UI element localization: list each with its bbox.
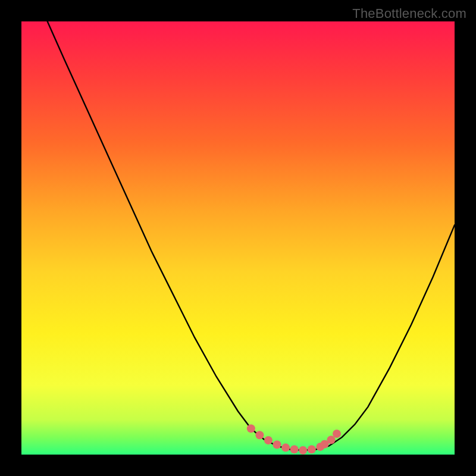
- highlight-dot: [299, 446, 307, 455]
- highlight-dot: [290, 445, 299, 453]
- highlight-dot: [273, 440, 281, 449]
- highlight-dot: [308, 445, 316, 453]
- highlight-dot: [281, 443, 290, 452]
- bottleneck-curve-path: [48, 21, 455, 450]
- chart-frame: TheBottleneck.com: [0, 0, 476, 476]
- highlight-dot: [333, 430, 341, 438]
- highlight-dot: [255, 431, 264, 439]
- curve-svg: [21, 21, 455, 455]
- highlight-dots-group: [247, 424, 341, 454]
- plot-area: [21, 21, 455, 455]
- watermark-label: TheBottleneck.com: [352, 6, 466, 21]
- highlight-dot: [247, 424, 255, 433]
- highlight-dot: [264, 436, 273, 444]
